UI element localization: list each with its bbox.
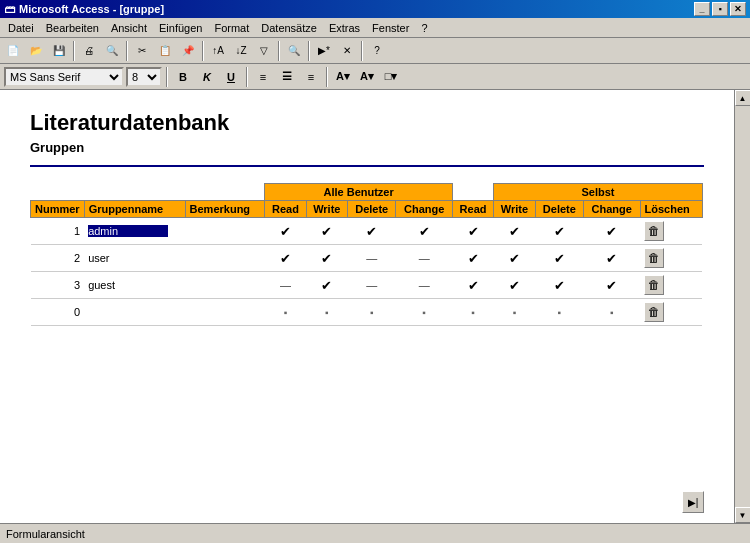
open-button[interactable]: 📂 bbox=[25, 40, 47, 62]
minimize-button[interactable]: _ bbox=[694, 2, 710, 16]
border-button[interactable]: □▾ bbox=[380, 66, 402, 88]
filter-button[interactable]: ▽ bbox=[253, 40, 275, 62]
col-loeschen: Löschen bbox=[640, 201, 702, 218]
toolbar-sep-3 bbox=[202, 41, 204, 61]
help-button[interactable]: ? bbox=[366, 40, 388, 62]
row4-name-input[interactable] bbox=[88, 306, 168, 318]
row2-name[interactable] bbox=[84, 245, 185, 272]
row2-alle-write: ✔ bbox=[306, 245, 348, 272]
table-row: 3 — ✔ — — ✔ ✔ ✔ ✔ 🗑 bbox=[31, 272, 704, 299]
menu-datei[interactable]: Datei bbox=[2, 20, 40, 36]
menu-datensaetze[interactable]: Datensätze bbox=[255, 20, 323, 36]
row2-delete-btn[interactable]: 🗑 bbox=[640, 245, 702, 272]
scroll-track[interactable] bbox=[735, 106, 751, 507]
restore-button[interactable]: ▪ bbox=[712, 2, 728, 16]
spacer-header bbox=[452, 184, 493, 201]
delete-icon[interactable]: 🗑 bbox=[644, 302, 664, 322]
col-gruppenname: Gruppenname bbox=[84, 201, 185, 218]
italic-button[interactable]: K bbox=[196, 66, 218, 88]
sort-desc-button[interactable]: ↓Z bbox=[230, 40, 252, 62]
menu-ansicht[interactable]: Ansicht bbox=[105, 20, 153, 36]
cut-button[interactable]: ✂ bbox=[131, 40, 153, 62]
alle-benutzer-header: Alle Benutzer bbox=[265, 184, 453, 201]
align-center-button[interactable]: ☰ bbox=[276, 66, 298, 88]
print-button[interactable]: 🖨 bbox=[78, 40, 100, 62]
title-bar: 🗃 Microsoft Access - [gruppe] _ ▪ ✕ bbox=[0, 0, 750, 18]
row3-name-input[interactable] bbox=[88, 279, 168, 291]
title-bar-controls: _ ▪ ✕ bbox=[694, 2, 746, 16]
col-selbst-read: Read bbox=[452, 201, 493, 218]
row4-selbst-read: ▪ bbox=[452, 299, 493, 326]
toolbar-sep-6 bbox=[361, 41, 363, 61]
row4-alle-write: ▪ bbox=[306, 299, 348, 326]
sort-asc-button[interactable]: ↑A bbox=[207, 40, 229, 62]
row1-selbst-write: ✔ bbox=[494, 218, 536, 245]
row3-name[interactable] bbox=[84, 272, 185, 299]
menu-format[interactable]: Format bbox=[208, 20, 255, 36]
row4-selbst-delete: ▪ bbox=[535, 299, 583, 326]
row3-selbst-read: ✔ bbox=[452, 272, 493, 299]
delete-record-button[interactable]: ✕ bbox=[336, 40, 358, 62]
row1-alle-delete: ✔ bbox=[348, 218, 396, 245]
format-sep-3 bbox=[326, 67, 328, 87]
row2-selbst-delete: ✔ bbox=[535, 245, 583, 272]
delete-spacer-header bbox=[702, 184, 703, 201]
font-color-button[interactable]: A▾ bbox=[356, 66, 378, 88]
page-subtitle: Gruppen bbox=[30, 140, 704, 155]
menu-bearbeiten[interactable]: Bearbeiten bbox=[40, 20, 105, 36]
row4-delete-btn[interactable]: 🗑 bbox=[640, 299, 702, 326]
paste-button[interactable]: 📌 bbox=[177, 40, 199, 62]
new-button[interactable]: 📄 bbox=[2, 40, 24, 62]
new-record-button[interactable]: ▶* bbox=[313, 40, 335, 62]
window-title: Microsoft Access - [gruppe] bbox=[19, 3, 164, 15]
align-right-button[interactable]: ≡ bbox=[300, 66, 322, 88]
menu-help[interactable]: ? bbox=[415, 20, 433, 36]
main-toolbar: 📄 📂 💾 🖨 🔍 ✂ 📋 📌 ↑A ↓Z ▽ 🔍 ▶* ✕ ? bbox=[0, 38, 750, 64]
delete-icon[interactable]: 🗑 bbox=[644, 221, 664, 241]
table-row: 2 ✔ ✔ — — ✔ ✔ ✔ ✔ 🗑 bbox=[31, 245, 704, 272]
preview-button[interactable]: 🔍 bbox=[101, 40, 123, 62]
row3-selbst-change: ✔ bbox=[583, 272, 640, 299]
row3-alle-delete: — bbox=[348, 272, 396, 299]
align-left-button[interactable]: ≡ bbox=[252, 66, 274, 88]
row1-delete-btn[interactable]: 🗑 bbox=[640, 218, 702, 245]
toolbar-sep-1 bbox=[73, 41, 75, 61]
scroll-down-button[interactable]: ▼ bbox=[735, 507, 751, 523]
row4-name[interactable] bbox=[84, 299, 185, 326]
row3-id: 3 bbox=[31, 272, 85, 299]
row3-delete-btn[interactable]: 🗑 bbox=[640, 272, 702, 299]
delete-icon[interactable]: 🗑 bbox=[644, 275, 664, 295]
menu-fenster[interactable]: Fenster bbox=[366, 20, 415, 36]
size-select[interactable]: 8 bbox=[126, 67, 162, 87]
row1-name-input[interactable] bbox=[88, 225, 168, 237]
col-alle-delete: Delete bbox=[348, 201, 396, 218]
close-button[interactable]: ✕ bbox=[730, 2, 746, 16]
scroll-up-button[interactable]: ▲ bbox=[735, 90, 751, 106]
row2-selbst-change: ✔ bbox=[583, 245, 640, 272]
format-sep-1 bbox=[166, 67, 168, 87]
vertical-scrollbar[interactable]: ▲ ▼ bbox=[734, 90, 750, 523]
menu-extras[interactable]: Extras bbox=[323, 20, 366, 36]
find-button[interactable]: 🔍 bbox=[283, 40, 305, 62]
col-bemerkung: Bemerkung bbox=[185, 201, 265, 218]
font-select[interactable]: MS Sans Serif bbox=[4, 67, 124, 87]
row4-alle-read: ▪ bbox=[265, 299, 306, 326]
row4-id: 0 bbox=[31, 299, 85, 326]
delete-icon[interactable]: 🗑 bbox=[644, 248, 664, 268]
underline-button[interactable]: U bbox=[220, 66, 242, 88]
row1-alle-read: ✔ bbox=[265, 218, 306, 245]
save-button[interactable]: 💾 bbox=[48, 40, 70, 62]
menu-einfuegen[interactable]: Einfügen bbox=[153, 20, 208, 36]
status-bar: Formularansicht bbox=[0, 523, 750, 543]
nav-last-button[interactable]: ▶| bbox=[682, 491, 704, 513]
fill-color-button[interactable]: A▾ bbox=[332, 66, 354, 88]
col-alle-read: Read bbox=[265, 201, 306, 218]
row2-selbst-read: ✔ bbox=[452, 245, 493, 272]
row3-alle-write: ✔ bbox=[306, 272, 348, 299]
row2-name-input[interactable] bbox=[88, 252, 168, 264]
empty-header bbox=[31, 184, 265, 201]
title-divider bbox=[30, 165, 704, 167]
row1-name[interactable] bbox=[84, 218, 185, 245]
copy-button[interactable]: 📋 bbox=[154, 40, 176, 62]
bold-button[interactable]: B bbox=[172, 66, 194, 88]
